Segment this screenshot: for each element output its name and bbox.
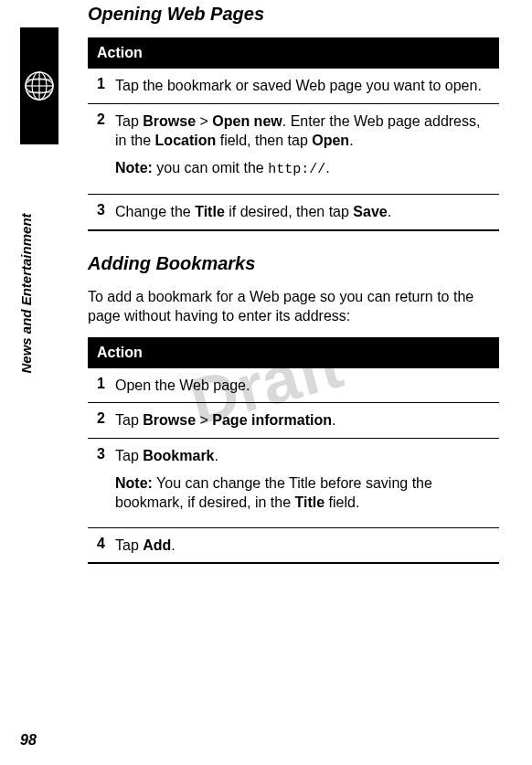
section-heading: Adding Bookmarks (88, 253, 499, 274)
page-content: Opening Web Pages Action 1 Tap the bookm… (88, 0, 517, 586)
note: Note: You can change the Title before sa… (115, 466, 492, 520)
table-row: 4 Tap Add. (88, 527, 499, 563)
step-text: Tap Browse > Page information. (113, 403, 499, 439)
table-row: 3 Tap Bookmark. Note: You can change the… (88, 439, 499, 528)
step-number: 4 (88, 527, 113, 563)
table-row: 1 Open the Web page. (88, 368, 499, 403)
section-intro: To add a bookmark for a Web page so you … (88, 287, 499, 326)
globe-icon (24, 70, 55, 101)
step-text: Change the Title if desired, then tap Sa… (113, 195, 499, 230)
step-number: 2 (88, 403, 113, 439)
table-row: 2 Tap Browse > Page information. (88, 403, 499, 439)
section-opening-web-pages: Opening Web Pages Action 1 Tap the bookm… (88, 4, 499, 231)
page-number: 98 (20, 732, 37, 749)
step-text: Tap the bookmark or saved Web page you w… (113, 69, 499, 103)
section-adding-bookmarks: Adding Bookmarks To add a bookmark for a… (88, 253, 499, 565)
step-number: 3 (88, 195, 113, 230)
step-number: 1 (88, 69, 113, 103)
step-text: Open the Web page. (113, 368, 499, 403)
step-text: Tap Browse > Open new. Enter the Web pag… (113, 103, 499, 194)
table-header: Action (88, 37, 499, 69)
step-number: 3 (88, 439, 113, 528)
step-text: Tap Bookmark. Note: You can change the T… (113, 439, 499, 528)
sidebar-section-label: News and Entertainment (18, 213, 34, 373)
step-number: 1 (88, 368, 113, 403)
table-row: 1 Tap the bookmark or saved Web page you… (88, 69, 499, 103)
note: Note: you can omit the http://. (115, 151, 492, 186)
action-table: Action 1 Open the Web page. 2 Tap Browse… (88, 337, 499, 565)
step-number: 2 (88, 103, 113, 194)
table-row: 2 Tap Browse > Open new. Enter the Web p… (88, 103, 499, 194)
step-text: Tap Add. (113, 527, 499, 563)
action-table: Action 1 Tap the bookmark or saved Web p… (88, 37, 499, 231)
sidebar-tab (20, 27, 59, 144)
table-header: Action (88, 337, 499, 368)
table-row: 3 Change the Title if desired, then tap … (88, 195, 499, 230)
section-heading: Opening Web Pages (88, 4, 499, 25)
